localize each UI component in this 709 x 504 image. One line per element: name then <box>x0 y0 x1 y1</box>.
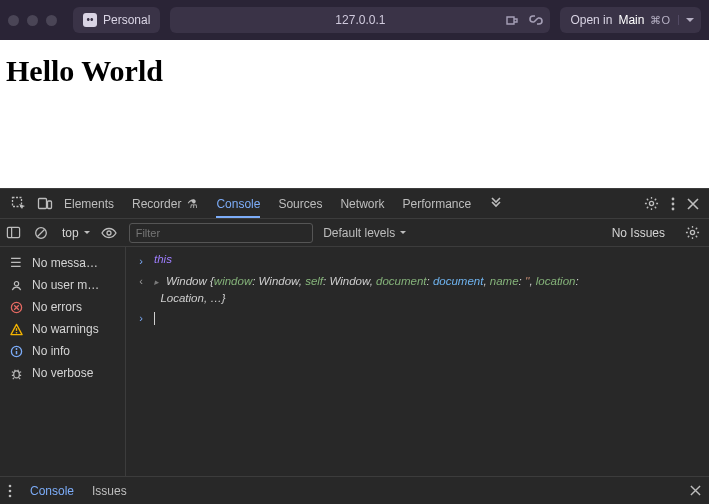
devtools-panel: Elements Recorder⚗ Console Sources Netwo… <box>0 188 709 504</box>
close-window-dot[interactable] <box>8 15 19 26</box>
sidebar-item-user[interactable]: No user m… <box>0 274 125 296</box>
filter-input[interactable] <box>129 223 313 243</box>
window-controls <box>8 15 57 26</box>
sidebar-item-errors[interactable]: No errors <box>0 296 125 318</box>
svg-point-19 <box>15 348 17 350</box>
text-cursor <box>154 312 155 325</box>
issues-summary[interactable]: No Issues <box>612 226 665 240</box>
open-in-shortcut: ⌘O <box>650 14 670 27</box>
svg-point-21 <box>9 484 12 487</box>
filter-input-wrap <box>129 223 313 243</box>
page-viewport: Hello World <box>0 40 709 188</box>
devtools-drawer: Console Issues <box>0 476 709 504</box>
kebab-icon[interactable] <box>671 197 675 211</box>
svg-point-20 <box>13 370 19 377</box>
error-icon <box>8 301 24 314</box>
profile-icon: •• <box>83 13 97 27</box>
kebab-icon[interactable] <box>8 484 12 498</box>
svg-point-3 <box>649 201 653 205</box>
flask-icon: ⚗ <box>187 197 198 211</box>
clear-console-icon[interactable] <box>34 226 52 240</box>
gear-icon[interactable] <box>685 225 703 240</box>
sidebar-toggle-icon[interactable] <box>6 225 24 240</box>
input-chevron-icon: › <box>134 310 148 326</box>
tab-recorder[interactable]: Recorder⚗ <box>132 190 198 218</box>
svg-point-16 <box>15 331 17 333</box>
profile-label: Personal <box>103 13 150 27</box>
svg-point-12 <box>690 230 694 234</box>
sidebar-item-warnings[interactable]: No warnings <box>0 318 125 340</box>
bug-icon <box>8 367 24 380</box>
console-prompt[interactable]: › <box>126 308 709 328</box>
svg-point-4 <box>672 197 675 200</box>
close-icon[interactable] <box>687 198 699 210</box>
sidebar-item-info[interactable]: No info <box>0 340 125 362</box>
user-icon <box>8 279 24 292</box>
svg-point-23 <box>9 494 12 497</box>
profile-button[interactable]: •• Personal <box>73 7 160 33</box>
svg-point-5 <box>672 202 675 205</box>
context-selector[interactable]: top <box>62 226 91 240</box>
browser-chrome: •• Personal 127.0.0.1 Open in Main ⌘O <box>0 0 709 40</box>
tab-elements[interactable]: Elements <box>64 190 114 218</box>
chevron-down-icon[interactable] <box>678 15 695 25</box>
svg-point-13 <box>14 281 18 285</box>
svg-point-6 <box>672 207 675 210</box>
warning-icon <box>8 323 24 336</box>
address-text: 127.0.0.1 <box>335 13 385 27</box>
list-icon: ☰ <box>8 255 24 270</box>
minimize-window-dot[interactable] <box>27 15 38 26</box>
console-output-text[interactable]: ▸Window {window: Window, self: Window, d… <box>154 273 579 306</box>
svg-point-11 <box>107 231 111 235</box>
open-in-button[interactable]: Open in Main ⌘O <box>560 7 701 33</box>
drawer-tab-issues[interactable]: Issues <box>92 484 127 498</box>
console-output-row: ‹ ▸Window {window: Window, self: Window,… <box>126 271 709 308</box>
svg-line-10 <box>38 229 45 236</box>
extensions-icon[interactable] <box>504 12 520 28</box>
devtools-tabbar: Elements Recorder⚗ Console Sources Netwo… <box>0 189 709 219</box>
log-levels-selector[interactable]: Default levels <box>323 226 407 240</box>
eye-icon[interactable] <box>101 225 119 241</box>
gear-icon[interactable] <box>644 196 659 211</box>
drawer-tab-console[interactable]: Console <box>30 484 74 498</box>
svg-rect-7 <box>7 227 19 237</box>
tab-network[interactable]: Network <box>340 190 384 218</box>
tab-performance[interactable]: Performance <box>402 190 471 218</box>
devtools-tabs: Elements Recorder⚗ Console Sources Netwo… <box>64 190 644 218</box>
console-sidebar: ☰ No messa… No user m… No errors No war <box>0 247 126 476</box>
page-heading: Hello World <box>6 54 703 88</box>
maximize-window-dot[interactable] <box>46 15 57 26</box>
sidebar-item-verbose[interactable]: No verbose <box>0 362 125 384</box>
svg-rect-1 <box>39 198 47 208</box>
inspect-icon[interactable] <box>6 196 32 212</box>
sidebar-item-messages[interactable]: ☰ No messa… <box>0 251 125 274</box>
close-icon[interactable] <box>690 485 701 496</box>
tab-console[interactable]: Console <box>216 190 260 218</box>
tab-sources[interactable]: Sources <box>278 190 322 218</box>
tabs-overflow-icon[interactable] <box>489 190 503 218</box>
svg-point-22 <box>9 489 12 492</box>
output-chevron-icon: ‹ <box>134 273 148 289</box>
console-toolbar: top Default levels No Issues <box>0 219 709 247</box>
device-icon[interactable] <box>32 196 58 212</box>
expand-arrow-icon[interactable]: ▸ <box>154 274 162 290</box>
console-input-text: this <box>154 253 172 265</box>
open-in-label: Open in <box>570 13 612 27</box>
address-bar[interactable]: 127.0.0.1 <box>170 7 550 33</box>
info-icon <box>8 345 24 358</box>
input-chevron-icon: › <box>134 253 148 269</box>
console-input-row: › this <box>126 251 709 271</box>
svg-rect-2 <box>48 201 52 209</box>
console-output[interactable]: › this ‹ ▸Window {window: Window, self: … <box>126 247 709 476</box>
link-icon[interactable] <box>528 12 544 28</box>
open-in-target: Main <box>618 13 644 27</box>
